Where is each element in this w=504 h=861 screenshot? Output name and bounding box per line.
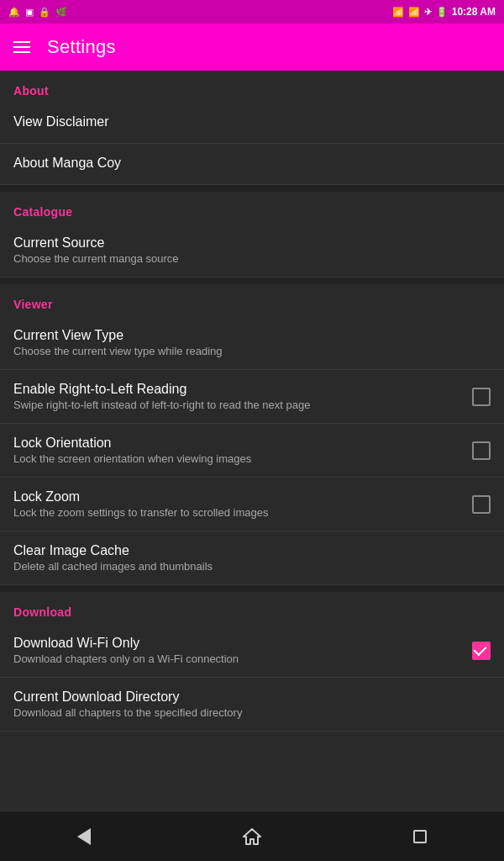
- section-header-download: Download: [0, 592, 504, 624]
- setting-item-current-view-type[interactable]: Current View TypeChoose the current view…: [0, 316, 504, 370]
- section-spacer-1: [0, 277, 504, 284]
- home-icon: [243, 828, 261, 845]
- setting-subtitle-clear-image-cache: Delete all cached images and thumbnails: [13, 560, 491, 573]
- setting-title-lock-orientation: Lock Orientation: [13, 436, 472, 451]
- setting-title-current-view-type: Current View Type: [13, 328, 491, 343]
- setting-subtitle-current-download-directory: Download all chapters to the specified d…: [13, 706, 491, 719]
- setting-item-current-source[interactable]: Current SourceChoose the current manga s…: [0, 224, 504, 277]
- svg-marker-0: [244, 829, 260, 844]
- setting-text-clear-image-cache: Clear Image CacheDelete all cached image…: [13, 543, 491, 573]
- setting-item-lock-zoom[interactable]: Lock ZoomLock the zoom settings to trans…: [0, 478, 504, 531]
- setting-item-about-manga-coy[interactable]: About Manga Coy: [0, 144, 504, 185]
- setting-item-clear-image-cache[interactable]: Clear Image CacheDelete all cached image…: [0, 531, 504, 585]
- setting-text-current-source: Current SourceChoose the current manga s…: [13, 235, 491, 265]
- notification-icon: 🔔: [8, 7, 20, 18]
- airplane-icon: ✈: [424, 7, 432, 18]
- section-spacer-0: [0, 185, 504, 192]
- recents-button[interactable]: [403, 820, 437, 853]
- setting-title-lock-zoom: Lock Zoom: [13, 489, 472, 504]
- setting-subtitle-enable-rtl: Swipe right-to-left instead of left-to-r…: [13, 399, 472, 411]
- setting-title-download-wifi-only: Download Wi-Fi Only: [13, 636, 472, 651]
- setting-title-enable-rtl: Enable Right-to-Left Reading: [13, 382, 472, 397]
- setting-item-enable-rtl[interactable]: Enable Right-to-Left ReadingSwipe right-…: [0, 370, 504, 424]
- section-header-viewer: Viewer: [0, 284, 504, 316]
- setting-subtitle-lock-orientation: Lock the screen orientation when viewing…: [13, 452, 472, 465]
- setting-item-current-download-directory[interactable]: Current Download DirectoryDownload all c…: [0, 678, 504, 732]
- back-icon: [77, 828, 91, 845]
- checkbox-lock-zoom[interactable]: [472, 495, 491, 514]
- setting-text-download-wifi-only: Download Wi-Fi OnlyDownload chapters onl…: [13, 636, 472, 665]
- section-spacer-2: [0, 585, 504, 592]
- setting-text-lock-zoom: Lock ZoomLock the zoom settings to trans…: [13, 489, 472, 519]
- setting-item-download-wifi-only[interactable]: Download Wi-Fi OnlyDownload chapters onl…: [0, 624, 504, 678]
- setting-title-current-download-directory: Current Download Directory: [13, 689, 491, 705]
- battery-icon: 🔋: [436, 7, 448, 18]
- section-header-about: About: [0, 71, 504, 103]
- setting-subtitle-download-wifi-only: Download chapters only on a Wi-Fi connec…: [13, 652, 472, 665]
- sim-icon: ▣: [25, 7, 34, 18]
- checkbox-enable-rtl[interactable]: [472, 388, 491, 406]
- signal-icon: 📶: [392, 7, 404, 18]
- back-button[interactable]: [67, 820, 101, 853]
- toolbar: Settings: [0, 24, 504, 71]
- recents-icon: [413, 830, 427, 843]
- status-bar: 🔔 ▣ 🔒 🌿 📶 📶 ✈ 🔋 10:28 AM: [0, 0, 504, 24]
- setting-title-about-manga-coy: About Manga Coy: [13, 156, 491, 171]
- setting-subtitle-lock-zoom: Lock the zoom settings to transfer to sc…: [13, 506, 472, 519]
- setting-title-clear-image-cache: Clear Image Cache: [13, 543, 491, 558]
- setting-title-current-source: Current Source: [13, 235, 491, 251]
- time-display: 10:28 AM: [452, 6, 496, 18]
- home-button[interactable]: [235, 820, 269, 853]
- bottom-nav: [0, 811, 504, 861]
- setting-item-lock-orientation[interactable]: Lock OrientationLock the screen orientat…: [0, 424, 504, 478]
- setting-text-view-disclaimer: View Disclaimer: [13, 114, 491, 131]
- setting-text-about-manga-coy: About Manga Coy: [13, 156, 491, 172]
- settings-content: AboutView DisclaimerAbout Manga CoyCatal…: [0, 71, 504, 811]
- status-icons-left: 🔔 ▣ 🔒 🌿: [8, 7, 67, 18]
- checkbox-lock-orientation[interactable]: [472, 441, 491, 460]
- setting-text-current-download-directory: Current Download DirectoryDownload all c…: [13, 689, 491, 719]
- setting-item-view-disclaimer[interactable]: View Disclaimer: [0, 103, 504, 144]
- status-icons-right: 📶 📶 ✈ 🔋 10:28 AM: [392, 6, 496, 18]
- lock-icon: 🔒: [39, 7, 50, 18]
- hamburger-menu[interactable]: [13, 41, 30, 53]
- setting-text-enable-rtl: Enable Right-to-Left ReadingSwipe right-…: [13, 382, 472, 411]
- setting-subtitle-current-view-type: Choose the current view type while readi…: [13, 345, 491, 357]
- setting-text-current-view-type: Current View TypeChoose the current view…: [13, 328, 491, 357]
- wifi-icon: 📶: [408, 7, 420, 18]
- setting-title-view-disclaimer: View Disclaimer: [13, 114, 491, 129]
- leaf-icon: 🌿: [55, 7, 67, 18]
- section-header-catalogue: Catalogue: [0, 192, 504, 224]
- checkbox-download-wifi-only[interactable]: [472, 642, 491, 660]
- setting-subtitle-current-source: Choose the current manga source: [13, 252, 491, 265]
- setting-text-lock-orientation: Lock OrientationLock the screen orientat…: [13, 436, 472, 465]
- toolbar-title: Settings: [47, 36, 116, 58]
